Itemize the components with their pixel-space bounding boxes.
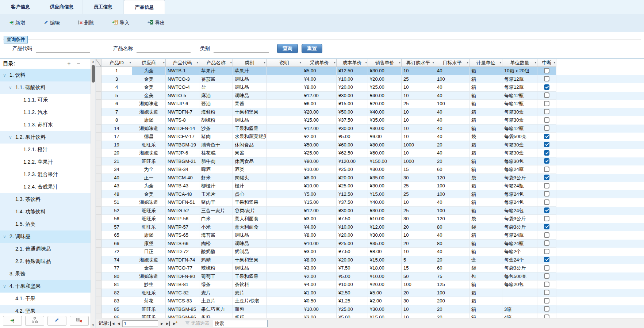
grid-cell[interactable]: ¥1.00: [302, 289, 337, 297]
grid-cell[interactable]: 4: [101, 83, 132, 92]
column-header[interactable]: 目标水平▾: [435, 59, 469, 67]
tree-item[interactable]: 3. 果酱: [0, 268, 91, 280]
grid-cell[interactable]: 10: [402, 125, 435, 133]
row-selector[interactable]: [96, 125, 101, 133]
discontinued-checkbox[interactable]: [544, 158, 549, 164]
grid-cell[interactable]: 日正: [132, 248, 166, 256]
grid-cell[interactable]: NWTBGM-21: [166, 157, 199, 166]
tree-item[interactable]: 1.1.3. 苏打水: [0, 119, 91, 131]
grid-cell[interactable]: [267, 248, 302, 256]
grid-cell[interactable]: 箱: [469, 92, 502, 100]
tree-item[interactable]: 1.1.1. 可乐: [0, 94, 91, 106]
grid-cell[interactable]: NWTCO-77: [166, 264, 199, 272]
discontinued-checkbox-cell[interactable]: [537, 207, 556, 215]
grid-cell[interactable]: 湘媳味道: [132, 108, 166, 117]
grid-cell[interactable]: 20: [435, 313, 469, 318]
row-selector[interactable]: [96, 116, 101, 125]
grid-cell[interactable]: 正一: [132, 174, 166, 182]
grid-cell[interactable]: ¥15.00: [337, 100, 368, 108]
grid-cell[interactable]: 每袋500克: [502, 133, 537, 141]
grid-cell[interactable]: 10: [402, 116, 435, 125]
grid-cell[interactable]: NWTS-8: [166, 116, 199, 125]
discontinued-checkbox[interactable]: [544, 290, 549, 295]
grid-cell[interactable]: 啤酒: [199, 165, 233, 174]
grid-cell[interactable]: ¥10.00: [302, 305, 337, 314]
row-selector[interactable]: [96, 108, 101, 117]
chevron-down-icon[interactable]: ∨: [3, 234, 9, 239]
row-selector[interactable]: [96, 281, 101, 289]
grid-cell[interactable]: 旺旺乐: [132, 223, 166, 232]
grid-cell[interactable]: 15: [402, 264, 435, 272]
grid-cell[interactable]: 意大利面食: [233, 215, 267, 223]
product-name-input[interactable]: [137, 45, 191, 53]
grid-cell[interactable]: 箱: [469, 190, 502, 199]
grid-cell[interactable]: 旺旺乐: [132, 207, 166, 215]
grid-cell[interactable]: 包: [469, 272, 502, 281]
tree-item[interactable]: 1.2.4. 合成果汁: [0, 181, 91, 193]
grid-cell[interactable]: 80: [435, 240, 469, 248]
grid-cell[interactable]: 100: [435, 207, 469, 215]
grid-cell[interactable]: 旺旺乐: [132, 215, 166, 223]
row-selector[interactable]: [96, 174, 101, 182]
grid-cell[interactable]: 81: [101, 281, 132, 289]
grid-cell[interactable]: 奶制品: [233, 248, 267, 256]
grid-cell[interactable]: 妙生: [132, 281, 166, 289]
grid-cell[interactable]: ¥2.00: [302, 133, 337, 141]
row-selector[interactable]: [96, 289, 101, 297]
grid-cell[interactable]: 20: [435, 256, 469, 264]
column-header[interactable]: 说明▾: [267, 59, 302, 67]
grid-cell[interactable]: 40: [435, 149, 469, 157]
grid-cell[interactable]: [267, 223, 302, 232]
grid-cell[interactable]: ¥30.00: [368, 231, 402, 240]
grid-cell[interactable]: 20: [402, 240, 435, 248]
grid-cell[interactable]: 湘媳味道: [132, 198, 166, 207]
grid-cell[interactable]: ¥5.00: [337, 133, 368, 141]
grid-cell[interactable]: ¥4.00: [302, 281, 337, 289]
discontinued-checkbox[interactable]: [544, 142, 549, 147]
row-selector[interactable]: [96, 198, 101, 207]
grid-cell[interactable]: 沙茶: [199, 125, 233, 133]
discontinued-checkbox[interactable]: [544, 265, 549, 271]
grid-cell[interactable]: 40: [435, 92, 469, 100]
grid-cell[interactable]: 14: [101, 125, 132, 133]
grid-cell[interactable]: 每箱24瓶: [502, 165, 537, 174]
grid-cell[interactable]: ¥20.00: [368, 100, 402, 108]
column-dropdown-icon[interactable]: ▾: [129, 59, 131, 66]
grid-cell[interactable]: 箱: [469, 289, 502, 297]
discontinued-checkbox[interactable]: [544, 183, 549, 188]
grid-cell[interactable]: 调味品: [233, 231, 267, 240]
last-record-button[interactable]: ▶: [166, 321, 170, 326]
grid-cell[interactable]: NWTP-56: [166, 215, 199, 223]
grid-cell[interactable]: 66: [101, 240, 132, 248]
grid-cell[interactable]: 每箱20包: [502, 281, 537, 289]
grid-cell[interactable]: 每箱30盒: [502, 108, 537, 117]
grid-cell[interactable]: ¥60.00: [337, 141, 368, 149]
column-dropdown-icon[interactable]: ▾: [432, 59, 434, 66]
row-selector[interactable]: [96, 133, 101, 141]
grid-cell[interactable]: 虾米: [199, 174, 233, 182]
grid-cell[interactable]: 10: [402, 305, 435, 314]
grid-cell[interactable]: ¥25.00: [337, 240, 368, 248]
grid-cell[interactable]: ¥2.00: [368, 297, 402, 305]
discontinued-checkbox-cell[interactable]: [537, 174, 556, 182]
tab-supplier-info[interactable]: 供应商信息: [41, 0, 83, 14]
grid-cell[interactable]: ¥10.00: [368, 272, 402, 281]
grid-cell[interactable]: ¥40.00: [368, 198, 402, 207]
grid-cell[interactable]: ¥150.00: [368, 157, 402, 166]
row-selector[interactable]: [96, 182, 101, 190]
grid-cell[interactable]: 7: [101, 108, 132, 117]
grid-cell[interactable]: 每箱30盒: [502, 116, 537, 125]
grid-cell[interactable]: 麻油: [199, 92, 233, 100]
grid-cell[interactable]: ¥8.00: [302, 231, 337, 240]
discontinued-checkbox-cell[interactable]: [537, 281, 556, 289]
grid-cell[interactable]: NWTCFV-17: [166, 133, 199, 141]
discontinued-checkbox-cell[interactable]: [537, 75, 556, 84]
grid-cell[interactable]: 80: [435, 223, 469, 232]
discontinued-checkbox[interactable]: [544, 199, 549, 205]
grid-cell[interactable]: [267, 157, 302, 166]
discontinued-checkbox[interactable]: [544, 240, 549, 246]
tree-item[interactable]: ∨1.2. 果汁饮料: [0, 131, 91, 144]
row-selector[interactable]: [96, 248, 101, 256]
grid-cell[interactable]: 每箱30包: [502, 157, 537, 166]
grid-cell[interactable]: ¥10.00: [302, 240, 337, 248]
